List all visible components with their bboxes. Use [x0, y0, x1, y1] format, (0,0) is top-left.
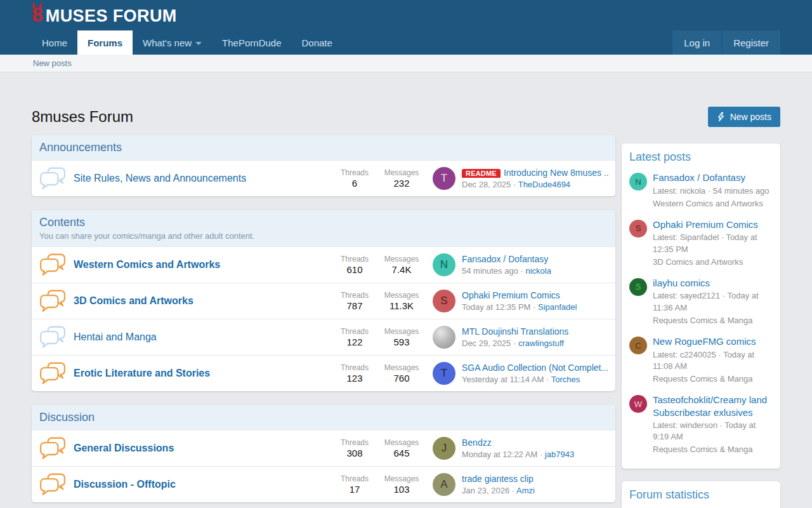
- nav-forums[interactable]: Forums: [77, 30, 133, 55]
- latest-username[interactable]: jab7943: [545, 450, 574, 459]
- site-logo[interactable]: 8 MUSES FORUM: [32, 5, 177, 26]
- nav-home[interactable]: Home: [32, 30, 77, 55]
- threads-value: 787: [331, 300, 378, 311]
- forum-row: General Discussions Threads 308 Messages…: [32, 430, 615, 466]
- app-header: 8 MUSES FORUM Home Forums What's new The…: [0, 0, 812, 72]
- list-item: S ilayhu comics Latest: sayed2121 · Toda…: [629, 277, 773, 326]
- list-item: C New RogueFMG comics Latest: c2240025 ·…: [629, 335, 773, 385]
- forum-title-link[interactable]: Erotic Literature and Stories: [74, 368, 331, 379]
- avatar-letter: T: [441, 367, 447, 380]
- latest-date: Dec 28, 2025: [462, 180, 511, 189]
- dot-separator: ·: [513, 338, 516, 348]
- forum-chat-icon: [39, 166, 66, 190]
- photo-avatar[interactable]: [433, 326, 455, 349]
- latest-username[interactable]: TheDude4694: [518, 180, 570, 189]
- dot-separator: ·: [512, 486, 514, 495]
- avatar[interactable]: T: [433, 167, 455, 190]
- subnav-new-posts[interactable]: New posts: [33, 58, 72, 68]
- latest-post: MTL Doujinshi Translations Dec 29, 2025 …: [433, 326, 609, 349]
- forum-chat-icon: [39, 325, 66, 349]
- sidebar-thread-link[interactable]: Tasteofchoklit/Creamy land Subscribestar…: [653, 394, 773, 418]
- threads-value: 122: [331, 337, 378, 347]
- latest-thread-link[interactable]: Fansadox / Dofantasy: [462, 254, 548, 264]
- nav-whats-new-label: What's new: [143, 37, 192, 48]
- sidebar-thread-forum: Western Comics and Artworks: [653, 198, 769, 210]
- section-title-link[interactable]: Contents: [39, 216, 85, 229]
- latest-thread-link[interactable]: trade giantess clip: [462, 474, 534, 484]
- forum-row: Western Comics and Artworks Threads 610 …: [32, 246, 615, 283]
- nav-whats-new[interactable]: What's new: [133, 30, 212, 55]
- forum-title-link[interactable]: Western Comics and Artworks: [74, 259, 331, 271]
- avatar[interactable]: T: [433, 362, 455, 385]
- nav-donate[interactable]: Donate: [292, 30, 343, 55]
- threads-label: Threads: [331, 327, 378, 336]
- new-posts-button[interactable]: New posts: [708, 107, 780, 127]
- avatar-letter: W: [634, 399, 642, 409]
- forum-chat-icon: [39, 253, 66, 277]
- latest-username[interactable]: Amzi: [516, 486, 535, 495]
- avatar[interactable]: A: [433, 473, 455, 496]
- dot-separator: ·: [540, 450, 542, 459]
- avatar[interactable]: C: [629, 337, 647, 354]
- avatar-letter: A: [440, 478, 447, 491]
- messages-value: 760: [378, 373, 425, 384]
- avatar[interactable]: S: [629, 220, 647, 237]
- latest-thread-link[interactable]: Introducing New 8muses ...: [504, 168, 609, 178]
- latest-post: J Bendzz Monday at 12:22 AM · jab7943: [433, 437, 609, 460]
- threads-label: Threads: [331, 291, 378, 300]
- sidebar-thread-link[interactable]: New RogueFMG comics: [653, 335, 773, 348]
- avatar[interactable]: S: [629, 278, 647, 296]
- threads-stat: Threads 308: [331, 438, 378, 458]
- avatar[interactable]: S: [433, 290, 455, 312]
- avatar[interactable]: W: [629, 395, 647, 413]
- messages-label: Messages: [378, 291, 425, 300]
- forum-title-link[interactable]: General Discussions: [74, 443, 331, 454]
- avatar[interactable]: N: [629, 173, 647, 190]
- forum-statistics-title[interactable]: Forum statistics: [629, 488, 709, 501]
- forum-title-link[interactable]: Discussion - Offtopic: [74, 479, 331, 490]
- latest-thread-link[interactable]: Ophaki Premium Comics: [462, 290, 560, 300]
- chevron-down-icon: [195, 42, 202, 45]
- sidebar-thread-link[interactable]: ilayhu comics: [653, 277, 773, 290]
- threads-value: 610: [331, 264, 378, 275]
- latest-thread-link[interactable]: Bendzz: [462, 438, 492, 448]
- sidebar-thread-meta: Latest: nickola · 54 minutes ago: [653, 185, 769, 197]
- threads-label: Threads: [331, 438, 378, 447]
- dot-separator: ·: [533, 302, 535, 312]
- latest-username[interactable]: Sipanfadel: [538, 302, 577, 312]
- latest-thread-link[interactable]: MTL Doujinshi Translations: [462, 326, 568, 337]
- sidebar-thread-link[interactable]: Ophaki Premium Comics: [653, 218, 773, 231]
- latest-username[interactable]: Torches: [551, 375, 580, 384]
- avatar-letter: C: [635, 341, 641, 351]
- sidebar: Latest posts N Fansadox / Dofantasy Late…: [622, 144, 780, 508]
- avatar-letter: S: [636, 282, 641, 291]
- nav-theporndude[interactable]: ThePornDude: [212, 30, 291, 55]
- section-title-link[interactable]: Discussion: [39, 411, 95, 424]
- dot-separator: ·: [513, 180, 516, 189]
- section-title-link[interactable]: Announcements: [39, 141, 122, 154]
- avatar[interactable]: J: [433, 437, 455, 460]
- latest-username[interactable]: crawlingstuff: [518, 338, 564, 348]
- dot-separator: ·: [521, 266, 523, 276]
- forum-title-link[interactable]: Hentai and Manga: [74, 331, 331, 343]
- latest-post: S Ophaki Premium Comics Today at 12:35 P…: [433, 290, 609, 312]
- latest-date: Dec 29, 2025: [462, 338, 511, 348]
- forum-title-link[interactable]: 3D Comics and Artworks: [74, 295, 331, 307]
- sidebar-thread-link[interactable]: Fansadox / Dofantasy: [653, 171, 769, 184]
- list-item: N Fansadox / Dofantasy Latest: nickola ·…: [629, 171, 773, 210]
- messages-value: 103: [378, 484, 425, 495]
- register-button[interactable]: Register: [721, 30, 780, 55]
- avatar[interactable]: N: [433, 253, 455, 276]
- forum-row: Discussion - Offtopic Threads 17 Message…: [32, 466, 615, 502]
- messages-value: 7.4K: [378, 264, 425, 275]
- forum-chat-icon: [39, 361, 66, 385]
- forum-title-link[interactable]: Site Rules, News and Announcements: [74, 173, 331, 184]
- latest-post: N Fansadox / Dofantasy 54 minutes ago · …: [433, 253, 609, 276]
- latest-thread-link[interactable]: SGA Audio Collection (Not Complet...: [462, 363, 608, 373]
- lightning-bolt-icon: [717, 112, 725, 122]
- page-title: 8muses Forum: [32, 108, 133, 126]
- sub-nav: New posts: [0, 55, 812, 72]
- latest-posts-title[interactable]: Latest posts: [629, 150, 691, 163]
- latest-username[interactable]: nickola: [526, 266, 551, 276]
- login-button[interactable]: Log in: [672, 30, 721, 55]
